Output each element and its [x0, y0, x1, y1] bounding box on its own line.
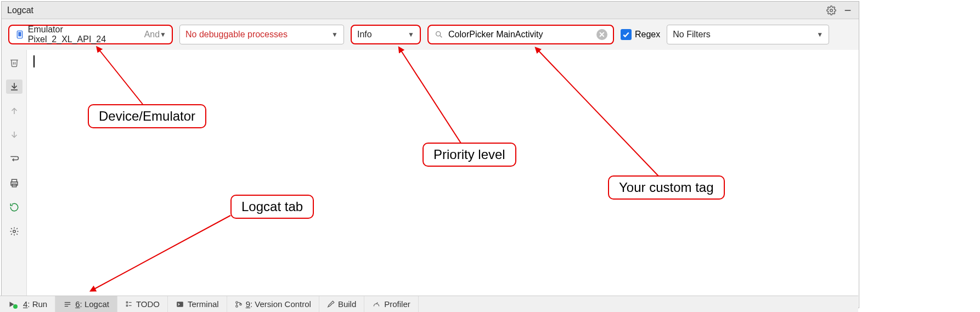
chevron-down-icon: ▼ [408, 31, 414, 38]
clear-search-icon[interactable]: ✕ [596, 29, 607, 40]
chevron-down-icon: ▼ [331, 31, 338, 38]
tab-logcat-label: : Logcat [80, 299, 109, 309]
tab-terminal-label: Terminal [188, 299, 219, 309]
filter-selected-text: No Filters [673, 30, 710, 39]
device-emulator-dropdown[interactable]: Emulator Pixel_2_XL_API_24 And ▼ [8, 25, 173, 44]
arrow-down-icon[interactable] [6, 128, 22, 142]
tab-run[interactable]: 4: Run [0, 296, 55, 312]
tab-build[interactable]: Build [319, 296, 364, 312]
build-icon [327, 300, 335, 308]
svg-rect-20 [126, 305, 127, 306]
tab-todo-label: TODO [136, 299, 160, 309]
panel-title: Logcat [7, 5, 33, 15]
process-dropdown[interactable]: No debuggable processes ▼ [179, 25, 344, 44]
run-status-dot-icon [13, 304, 18, 309]
checkbox-checked-icon [621, 29, 632, 40]
annotation-tag: Your custom tag [608, 175, 725, 200]
process-selected-text: No debuggable processes [185, 30, 288, 39]
device-trunc-text: And [144, 30, 160, 39]
todo-icon [125, 300, 133, 308]
svg-line-5 [440, 36, 442, 37]
level-selected-text: Info [357, 30, 372, 39]
gear-icon[interactable] [826, 5, 837, 16]
tab-version-control[interactable]: 9: Version Control [227, 296, 319, 312]
tab-profiler[interactable]: Profiler [364, 296, 419, 312]
search-input[interactable] [447, 29, 593, 40]
regex-toggle[interactable]: Regex [621, 29, 660, 40]
tab-terminal[interactable]: Terminal [168, 296, 227, 312]
terminal-icon [176, 300, 184, 308]
logcat-icon [63, 300, 72, 308]
run-icon [8, 300, 20, 308]
annotation-priority: Priority level [423, 143, 516, 167]
svg-point-0 [830, 9, 833, 12]
filter-toolbar: Emulator Pixel_2_XL_API_24 And ▼ No debu… [2, 19, 859, 50]
bottom-toolwindow-bar: 4: Run 6: Logcat TODO Terminal 9: Versio… [0, 296, 858, 312]
svg-point-4 [436, 32, 441, 36]
settings-icon[interactable] [6, 224, 22, 239]
tab-run-label: : Run [27, 299, 47, 309]
scroll-to-end-icon[interactable] [6, 80, 22, 94]
restart-icon[interactable] [6, 200, 22, 214]
annotation-device: Device/Emulator [88, 104, 206, 128]
log-output-area[interactable] [27, 50, 859, 308]
panel-header: Logcat [2, 2, 859, 19]
arrow-up-icon[interactable] [6, 104, 22, 118]
logcat-body: ›› [2, 50, 859, 308]
tab-logcat-num: 6 [75, 299, 80, 309]
trash-icon[interactable] [6, 55, 22, 70]
svg-point-13 [13, 230, 15, 233]
tab-logcat[interactable]: 6: Logcat [55, 296, 117, 312]
profiler-icon [372, 300, 381, 308]
svg-rect-18 [126, 302, 127, 303]
print-icon[interactable] [6, 176, 22, 190]
soft-wrap-icon[interactable] [6, 152, 22, 166]
tab-vc-label: : Version Control [250, 299, 311, 309]
svg-rect-3 [18, 32, 21, 36]
svg-point-24 [235, 305, 238, 307]
text-cursor [33, 55, 35, 67]
annotation-logcat-tab: Logcat tab [230, 195, 314, 219]
search-field[interactable]: ✕ [427, 25, 614, 44]
chevron-down-icon: ▼ [816, 31, 823, 38]
tab-build-label: Build [338, 299, 356, 309]
priority-level-dropdown[interactable]: Info ▼ [351, 25, 421, 44]
chevron-down-icon: ▼ [160, 31, 166, 38]
tab-profiler-label: Profiler [384, 299, 410, 309]
filter-config-dropdown[interactable]: No Filters ▼ [667, 25, 829, 44]
svg-rect-22 [177, 302, 183, 307]
svg-line-26 [376, 302, 378, 303]
tab-todo[interactable]: TODO [117, 296, 168, 312]
vcs-icon [235, 300, 243, 308]
regex-label: Regex [635, 30, 660, 39]
side-gutter: ›› [2, 50, 27, 308]
minimize-icon[interactable] [842, 5, 853, 16]
device-selected-text: Emulator Pixel_2_XL_API_24 [28, 25, 142, 44]
device-icon [15, 30, 25, 39]
svg-point-23 [235, 301, 238, 303]
search-icon [434, 30, 444, 39]
tab-vc-num: 9 [246, 299, 250, 309]
